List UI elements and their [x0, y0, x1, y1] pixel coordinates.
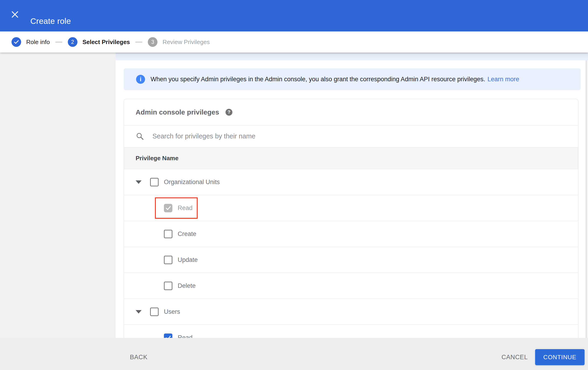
privilege-checkbox[interactable] [164, 282, 172, 290]
step-role-info[interactable]: Role info [11, 37, 50, 47]
privilege-label: Delete [178, 282, 196, 290]
info-icon: i [136, 75, 145, 84]
privilege-row: Create [124, 221, 578, 247]
footer-bar: BACK CANCEL CONTINUE [0, 338, 588, 370]
step-connector [55, 42, 62, 42]
wizard-stepper: Role info 2 Select Privileges 3 Review P… [0, 31, 588, 53]
privilege-checkbox[interactable] [164, 333, 172, 338]
privilege-row: Users [124, 299, 578, 325]
dialog-title: Create role [30, 5, 71, 37]
admin-privileges-card: Admin console privileges ? Privilege Nam… [124, 99, 578, 338]
privilege-row: Read [124, 325, 578, 338]
info-banner: i When you specify Admin privileges in t… [124, 68, 581, 90]
search-icon [136, 132, 144, 140]
privilege-label: Create [178, 230, 196, 238]
privilege-checkbox[interactable] [164, 204, 172, 212]
banner-message: When you specify Admin privileges in the… [151, 76, 519, 83]
privilege-label: Users [164, 308, 180, 315]
close-icon[interactable] [11, 10, 19, 18]
step-label: Role info [26, 39, 50, 46]
app-bar: Create role [0, 0, 588, 31]
step-review-privileges[interactable]: 3 Review Privileges [148, 37, 210, 47]
privilege-checkbox[interactable] [150, 178, 159, 186]
privilege-row: Delete [124, 273, 578, 299]
privilege-row: Update [124, 247, 578, 273]
step-label: Review Privileges [163, 39, 210, 46]
step-label: Select Privileges [83, 39, 130, 46]
left-sidebar [0, 53, 116, 338]
scrolled-content-strip [116, 53, 588, 60]
back-button[interactable]: BACK [127, 349, 150, 365]
privilege-table-body: Organizational UnitsReadCreateUpdateDele… [124, 169, 578, 338]
privilege-search-row [124, 125, 578, 147]
expand-toggle-icon[interactable] [136, 310, 142, 313]
cancel-button[interactable]: CANCEL [499, 349, 530, 365]
privilege-label: Read [178, 204, 193, 212]
continue-button[interactable]: CONTINUE [535, 349, 585, 365]
privilege-checkbox[interactable] [164, 256, 172, 264]
step-number-badge: 3 [148, 37, 158, 47]
privilege-label: Update [178, 256, 198, 263]
expand-toggle-icon[interactable] [136, 180, 142, 184]
privilege-checkbox[interactable] [164, 230, 172, 238]
card-title: Admin console privileges [136, 108, 219, 116]
card-title-row: Admin console privileges ? [124, 99, 578, 125]
learn-more-link[interactable]: Learn more [488, 76, 519, 83]
step-select-privileges[interactable]: 2 Select Privileges [68, 37, 130, 47]
step-number-badge: 2 [68, 37, 77, 47]
table-header: Privilege Name [124, 147, 578, 169]
scrollbar-track[interactable] [586, 60, 587, 338]
privilege-checkbox[interactable] [150, 308, 159, 316]
create-role-dialog: Create role Role info 2 Select Privilege… [0, 0, 588, 370]
step-connector [135, 42, 142, 42]
privilege-label: Organizational Units [164, 179, 220, 186]
highlight-box: Read [155, 197, 198, 219]
content-area: i When you specify Admin privileges in t… [116, 53, 588, 338]
table-header-label: Privilege Name [136, 155, 178, 162]
privilege-row: Read [124, 195, 578, 221]
search-input[interactable] [152, 130, 578, 143]
privilege-label: Read [178, 334, 193, 338]
dialog-body: i When you specify Admin privileges in t… [0, 53, 588, 338]
step-complete-check-icon [11, 37, 21, 47]
privilege-row: Organizational Units [124, 169, 578, 195]
help-icon[interactable]: ? [225, 109, 232, 116]
